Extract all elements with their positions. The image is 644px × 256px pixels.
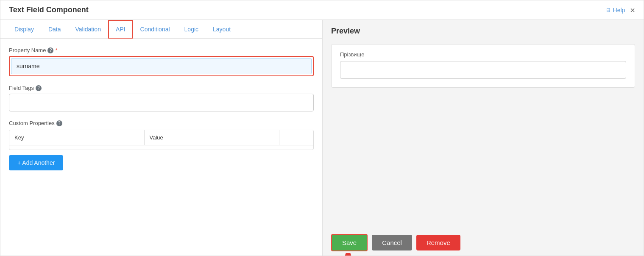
tab-conditional[interactable]: Conditional [133,20,177,39]
tab-validation[interactable]: Validation [68,20,108,39]
cancel-button[interactable]: Cancel [372,235,412,250]
modal-title: Text Field Component [9,6,89,14]
left-content: Property Name ? * Field Tags ? [0,39,322,256]
arrow-indicator [335,253,361,256]
custom-properties-table: Key Value [9,130,314,150]
save-button[interactable]: Save [331,234,368,251]
field-tags-group: Field Tags ? [9,85,314,111]
table-header: Key Value [9,130,313,145]
tabs-bar: Display Data Validation API Conditional … [0,20,322,39]
property-name-label-text: Property Name [9,47,46,53]
left-panel: Display Data Validation API Conditional … [0,20,323,256]
table-col-action-header [279,130,313,145]
modal-header: Text Field Component 🖥 Help × [0,0,644,20]
custom-properties-label-text: Custom Properties [9,120,55,126]
field-tags-label-text: Field Tags [9,85,34,91]
preview-card: Прізвище [331,44,635,88]
field-tags-input[interactable] [9,94,314,111]
property-name-help-icon[interactable]: ? [47,47,53,53]
preview-content: Прізвище [323,40,644,230]
custom-properties-label-row: Custom Properties ? [9,120,314,126]
table-col-value-header: Value [145,130,280,145]
tab-api[interactable]: API [108,20,133,39]
modal-header-right: 🖥 Help × [605,6,635,14]
help-link-label: Help [613,7,625,14]
remove-button[interactable]: Remove [416,235,460,250]
preview-actions: Save Cancel Remove [323,230,644,256]
property-name-wrapper [9,56,314,76]
table-col-key-header: Key [9,130,145,145]
tab-logic[interactable]: Logic [177,20,206,39]
preview-field-input[interactable] [340,61,626,79]
field-tags-help-icon[interactable]: ? [36,85,42,91]
add-another-button[interactable]: + Add Another [9,155,63,170]
property-name-group: Property Name ? * [9,47,314,76]
close-button[interactable]: × [630,6,635,14]
help-link[interactable]: 🖥 Help [605,7,625,14]
tab-data[interactable]: Data [41,20,68,39]
modal-body: Display Data Validation API Conditional … [0,20,644,256]
preview-field-label: Прізвище [340,51,626,58]
right-panel: Preview Прізвище Save Cancel Remove [323,20,644,256]
property-name-required: * [55,47,57,53]
modal-container: Text Field Component 🖥 Help × Display Da… [0,0,644,256]
tab-layout[interactable]: Layout [206,20,238,39]
preview-header: Preview [323,20,644,40]
table-body [9,145,313,150]
help-window-icon: 🖥 [605,7,611,14]
property-name-label-row: Property Name ? * [9,47,314,53]
custom-properties-help-icon[interactable]: ? [56,120,62,126]
field-tags-label-row: Field Tags ? [9,85,314,91]
tab-display[interactable]: Display [7,20,41,39]
custom-properties-section: Custom Properties ? Key Value + Add Anot… [9,120,314,170]
property-name-input[interactable] [11,58,312,74]
